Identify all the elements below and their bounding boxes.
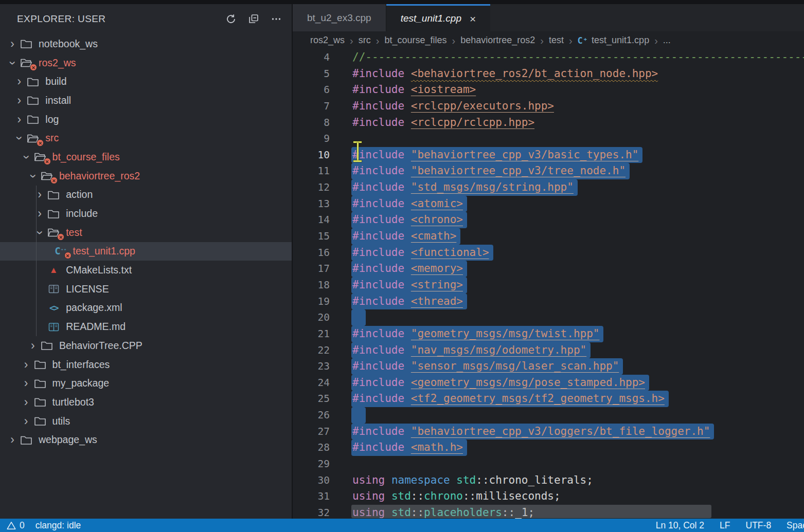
chevron-down-icon[interactable]: › <box>7 57 19 69</box>
chevron-right-icon[interactable]: › <box>20 359 32 371</box>
chevron-right-icon[interactable]: › <box>13 114 25 125</box>
line-number[interactable]: 13 <box>293 196 330 212</box>
tree-item-test-unit1-cpp[interactable]: ›C⁺⁺✕test_unit1.cpp <box>0 242 292 261</box>
horizontal-scrollbar[interactable] <box>351 505 711 518</box>
eol-status[interactable]: LF <box>720 520 730 531</box>
chevron-down-icon[interactable]: › <box>13 132 25 144</box>
code-line-21[interactable]: 21#include "geometry_msgs/msg/twist.hpp" <box>293 326 804 342</box>
code-line-13[interactable]: 13#include <atomic> <box>293 196 804 212</box>
tree-item-notebook-ws[interactable]: ›notebook_ws <box>0 34 292 53</box>
line-number[interactable]: 31 <box>293 488 330 505</box>
tree-item-bt-interfaces[interactable]: ›bt_interfaces <box>0 355 292 374</box>
tab-test-unit1[interactable]: test_unit1.cpp × <box>386 4 491 31</box>
line-number[interactable]: 16 <box>293 245 330 261</box>
tree-item-log[interactable]: ›log <box>0 110 292 129</box>
line-number[interactable]: 18 <box>293 277 330 293</box>
problems-indicator[interactable]: 0 <box>7 520 25 531</box>
line-number[interactable]: 6 <box>293 82 330 98</box>
tree-item-cmakelists-txt[interactable]: ›▲CMakeLists.txt <box>0 261 292 280</box>
tree-item-action[interactable]: ›action <box>0 186 292 205</box>
chevron-right-icon[interactable]: › <box>13 95 25 106</box>
line-number[interactable]: 5 <box>293 66 330 82</box>
code-line-29[interactable]: 29 <box>293 456 804 472</box>
chevron-right-icon[interactable]: › <box>13 76 25 87</box>
indentation-status[interactable]: Spac <box>787 520 804 531</box>
code-line-9[interactable]: 9 <box>293 131 804 147</box>
code-line-17[interactable]: 17#include <memory> <box>293 261 804 277</box>
code-line-22[interactable]: 22#include "nav_msgs/msg/odometry.hpp" <box>293 342 804 359</box>
code-line-31[interactable]: 31using std::chrono::milliseconds; <box>293 488 804 505</box>
breadcrumb-item[interactable]: ... <box>663 35 671 46</box>
code-line-26[interactable]: 26 <box>293 407 804 424</box>
line-number[interactable]: 22 <box>293 342 330 359</box>
line-number[interactable]: 26 <box>293 407 330 424</box>
tree-item-utils[interactable]: ›utils <box>0 412 292 431</box>
chevron-right-icon[interactable]: › <box>20 377 32 389</box>
tree-item-build[interactable]: ›build <box>0 72 292 91</box>
line-number[interactable]: 32 <box>293 505 330 519</box>
line-number[interactable]: 8 <box>293 115 330 131</box>
clangd-status[interactable]: clangd: idle <box>35 520 81 531</box>
chevron-right-icon[interactable]: › <box>6 38 19 50</box>
tree-item-ros2-ws[interactable]: ›✕ros2_ws <box>0 53 292 72</box>
code-line-28[interactable]: 28#include <math.h> <box>293 439 804 456</box>
breadcrumb-item[interactable]: ros2_ws <box>310 35 345 46</box>
code-line-24[interactable]: 24#include <geometry_msgs/msg/pose_stamp… <box>293 375 804 391</box>
code-line-14[interactable]: 14#include <chrono> <box>293 212 804 228</box>
tree-item-behaviortree-cpp[interactable]: ›BehaviorTree.CPP <box>0 336 292 355</box>
chevron-right-icon[interactable]: › <box>33 189 46 200</box>
line-number[interactable]: 21 <box>293 326 330 342</box>
tab-bt-u2-ex3[interactable]: bt_u2_ex3.cpp <box>293 4 386 31</box>
chevron-right-icon[interactable]: › <box>6 434 19 446</box>
line-number[interactable]: 7 <box>293 98 330 115</box>
tree-item-turtlebot3[interactable]: ›turtlebot3 <box>0 393 292 412</box>
code-line-5[interactable]: 5#include <behaviortree_ros2/bt_action_n… <box>293 66 804 82</box>
chevron-right-icon[interactable]: › <box>33 208 46 219</box>
breadcrumb-item[interactable]: behaviortree_ros2 <box>460 35 535 46</box>
line-number[interactable]: 4 <box>293 49 330 66</box>
line-number[interactable]: 14 <box>293 212 330 228</box>
breadcrumb-item[interactable]: test <box>549 35 564 46</box>
line-number[interactable]: 23 <box>293 358 330 375</box>
more-actions-icon[interactable] <box>270 13 282 25</box>
chevron-right-icon[interactable]: › <box>27 340 39 352</box>
code-line-30[interactable]: 30using namespace std::chrono_literals; <box>293 472 804 489</box>
line-number[interactable]: 9 <box>293 131 330 147</box>
line-number[interactable]: 29 <box>293 456 330 472</box>
code-line-11[interactable]: 11#include "behaviortree_cpp_v3/tree_nod… <box>293 163 804 179</box>
code-line-25[interactable]: 25#include <tf2_geometry_msgs/tf2_geomet… <box>293 391 804 407</box>
tree-item-include[interactable]: ›include <box>0 204 292 223</box>
tree-item-webpage-ws[interactable]: ›webpage_ws <box>0 430 292 449</box>
chevron-down-icon[interactable]: › <box>20 151 32 163</box>
tree-item-src[interactable]: ›✕src <box>0 129 292 148</box>
line-number[interactable]: 27 <box>293 424 330 440</box>
collapse-all-icon[interactable] <box>247 13 260 25</box>
code-line-12[interactable]: 12#include "std_msgs/msg/string.hpp" <box>293 179 804 196</box>
code-line-7[interactable]: 7#include <rclcpp/executors.hpp> <box>293 98 804 115</box>
code-line-18[interactable]: 18#include <string> <box>293 277 804 293</box>
close-icon[interactable]: × <box>470 13 476 24</box>
line-number[interactable]: 19 <box>293 293 330 310</box>
code-line-16[interactable]: 16#include <functional> <box>293 245 804 261</box>
code-line-27[interactable]: 27#include "behaviortree_cpp_v3/loggers/… <box>293 424 804 440</box>
tree-item-behaviortree-ros2[interactable]: ›✕behaviortree_ros2 <box>0 167 292 186</box>
cursor-position-status[interactable]: Ln 10, Col 2 <box>656 520 704 531</box>
code-line-4[interactable]: 4//-------------------------------------… <box>293 49 804 66</box>
line-number[interactable]: 15 <box>293 228 330 245</box>
tree-item-license[interactable]: ›LICENSE <box>0 280 292 299</box>
line-number[interactable]: 10 <box>293 147 330 163</box>
encoding-status[interactable]: UTF-8 <box>746 520 772 531</box>
tree-item-bt-course-files[interactable]: ›✕bt_course_files <box>0 148 292 167</box>
code-line-10[interactable]: 10#include "behaviortree_cpp_v3/basic_ty… <box>293 147 804 163</box>
breadcrumb-item[interactable]: C⁺test_unit1.cpp <box>578 35 650 46</box>
tree-item-readme-md[interactable]: ›README.md <box>0 317 292 336</box>
tree-item-test[interactable]: ›✕test <box>0 223 292 242</box>
code-line-20[interactable]: 20 <box>293 309 804 326</box>
line-number[interactable]: 20 <box>293 309 330 326</box>
code-line-23[interactable]: 23#include "sensor_msgs/msg/laser_scan.h… <box>293 358 804 375</box>
code-area[interactable]: 4//-------------------------------------… <box>293 49 804 519</box>
code-line-15[interactable]: 15#include <cmath> <box>293 228 804 245</box>
chevron-right-icon[interactable]: › <box>20 415 32 427</box>
tree-item-my-package[interactable]: ›my_package <box>0 374 292 393</box>
line-number[interactable]: 11 <box>293 163 330 179</box>
